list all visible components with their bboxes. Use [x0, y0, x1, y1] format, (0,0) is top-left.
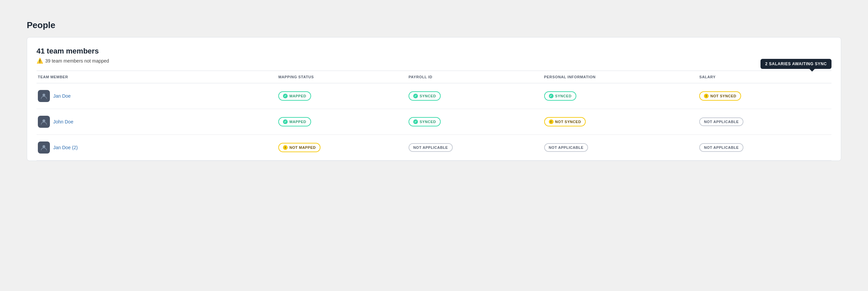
personal-info-cell-0: ✓SYNCED	[541, 83, 696, 109]
avatar-2	[38, 142, 50, 153]
team-count: 41 team members	[36, 47, 832, 56]
member-cell-1: John Doe	[36, 109, 275, 135]
badge-mapped: ✓MAPPED	[278, 91, 311, 101]
col-salary: 2 SALARIES AWAITING SYNC SALARY	[696, 71, 832, 83]
col-mapping-status: MAPPING STATUS	[275, 71, 405, 83]
badge-not-synced: !NOT SYNCED	[544, 117, 586, 126]
badge-synced: ✓SYNCED	[408, 91, 441, 101]
table-row: Jan Doe (2) !NOT MAPPEDNOT APPLICABLENOT…	[36, 135, 832, 160]
salary-cell-2: NOT APPLICABLE	[696, 135, 832, 160]
page-title: People	[27, 20, 841, 30]
table-row: John Doe ✓MAPPED✓SYNCED!NOT SYNCEDNOT AP…	[36, 109, 832, 135]
badge-not-applicable: NOT APPLICABLE	[408, 143, 453, 152]
badge-not-applicable: NOT APPLICABLE	[544, 143, 588, 152]
check-icon: ✓	[283, 94, 288, 98]
member-link-2[interactable]: Jan Doe (2)	[53, 145, 78, 150]
svg-point-2	[42, 145, 45, 148]
svg-point-1	[42, 119, 45, 122]
badge-not-applicable: NOT APPLICABLE	[699, 143, 743, 152]
card-header: 41 team members ⚠️ 39 team members not m…	[36, 47, 832, 64]
badge-not-mapped: !NOT MAPPED	[278, 143, 320, 152]
warning-icon: ⚠️	[36, 58, 43, 64]
salary-header-wrapper: 2 SALARIES AWAITING SYNC SALARY	[699, 75, 828, 79]
col-payroll-id: PAYROLL ID	[405, 71, 541, 83]
personal-info-cell-2: NOT APPLICABLE	[541, 135, 696, 160]
warn-icon: !	[704, 94, 709, 98]
check-icon: ✓	[413, 94, 418, 98]
badge-synced: ✓SYNCED	[408, 117, 441, 126]
table-row: Jan Doe ✓MAPPED✓SYNCED✓SYNCED!NOT SYNCED	[36, 83, 832, 109]
check-icon: ✓	[549, 94, 554, 98]
col-team-member: TEAM MEMBER	[36, 71, 275, 83]
badge-not-synced-highlight: !NOT SYNCED	[699, 91, 741, 101]
mapping-status-cell-0: ✓MAPPED	[275, 83, 405, 109]
mapping-status-cell-1: ✓MAPPED	[275, 109, 405, 135]
badge-not-applicable: NOT APPLICABLE	[699, 117, 743, 126]
check-icon: ✓	[413, 119, 418, 124]
warn-icon: !	[549, 119, 554, 124]
member-link-1[interactable]: John Doe	[53, 119, 73, 124]
table-header-row: TEAM MEMBER MAPPING STATUS PAYROLL ID PE…	[36, 71, 832, 83]
salary-tooltip: 2 SALARIES AWAITING SYNC	[761, 59, 832, 69]
member-link-0[interactable]: Jan Doe	[53, 93, 71, 99]
people-card: 41 team members ⚠️ 39 team members not m…	[27, 37, 841, 161]
avatar-0	[38, 90, 50, 102]
warning-row: ⚠️ 39 team members not mapped	[36, 58, 832, 64]
badge-synced: ✓SYNCED	[544, 91, 576, 101]
people-table: TEAM MEMBER MAPPING STATUS PAYROLL ID PE…	[36, 71, 832, 160]
member-cell-2: Jan Doe (2)	[36, 135, 275, 160]
mapping-status-cell-2: !NOT MAPPED	[275, 135, 405, 160]
col-personal-info: PERSONAL INFORMATION	[541, 71, 696, 83]
warning-text: 39 team members not mapped	[45, 58, 109, 64]
salary-cell-1: NOT APPLICABLE	[696, 109, 832, 135]
payroll-cell-2: NOT APPLICABLE	[405, 135, 541, 160]
member-cell-0: Jan Doe	[36, 83, 275, 109]
personal-info-cell-1: !NOT SYNCED	[541, 109, 696, 135]
check-icon: ✓	[283, 119, 288, 124]
payroll-cell-1: ✓SYNCED	[405, 109, 541, 135]
svg-point-0	[42, 94, 45, 96]
salary-cell-0: !NOT SYNCED	[696, 83, 832, 109]
avatar-1	[38, 116, 50, 128]
payroll-cell-0: ✓SYNCED	[405, 83, 541, 109]
warn-icon: !	[283, 145, 288, 150]
badge-mapped: ✓MAPPED	[278, 117, 311, 126]
